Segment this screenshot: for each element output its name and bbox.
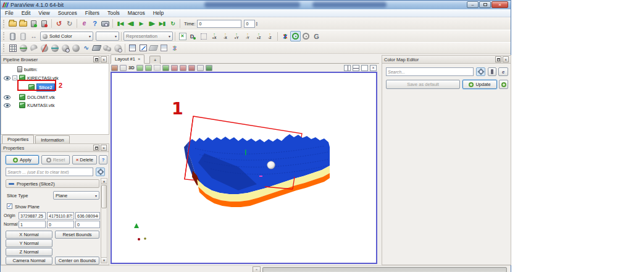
show-plane-checkbox[interactable]: ✓ (7, 203, 12, 209)
normal-y-field[interactable] (47, 221, 74, 228)
spreadsheet-view-button[interactable] (127, 43, 138, 53)
menu-view[interactable]: View (38, 10, 49, 16)
set-view-plus-x-button[interactable]: ↑+X (209, 32, 220, 41)
undo-button[interactable]: ↺ (54, 19, 64, 29)
edit-script-button[interactable]: e (498, 67, 508, 76)
colormap-search-input[interactable] (386, 67, 474, 76)
close-panel-button[interactable]: × (503, 56, 509, 62)
origin-x-field[interactable] (19, 212, 46, 219)
scroll-up-icon[interactable]: ▲ (101, 179, 107, 184)
origin-y-field[interactable] (47, 212, 74, 219)
menu-macros[interactable]: Macros (128, 10, 145, 16)
plot-data-button[interactable] (169, 43, 180, 53)
disconnect-server-button[interactable] (39, 19, 49, 29)
hover-points-icon[interactable] (197, 65, 204, 71)
plane-origin-handle-sphere[interactable] (267, 161, 275, 169)
reset-camera-button[interactable]: × (177, 31, 188, 41)
plot-over-line-button[interactable] (148, 43, 159, 53)
auto-update-toggle-button[interactable] (499, 80, 508, 89)
properties-search-options-button[interactable] (96, 168, 105, 176)
tab-properties[interactable]: Properties (2, 135, 34, 143)
pipeline-item-kumtasi[interactable]: KUMTASI.vtk (4, 101, 54, 109)
component-dropdown[interactable]: ▾ (96, 32, 119, 41)
pipeline-item-builtin[interactable]: builtin: (17, 66, 38, 73)
select-cells-through-icon[interactable] (154, 65, 161, 71)
next-frame-button[interactable]: ▮▶ (146, 19, 157, 29)
rescale-range-button[interactable]: ↔ (28, 31, 39, 41)
x-normal-button[interactable]: X Normal (6, 231, 52, 239)
close-tab-icon[interactable]: × (138, 56, 140, 62)
select-points-on-icon[interactable] (145, 65, 152, 71)
export-scene-icon[interactable] (111, 65, 118, 71)
show-center-button[interactable] (290, 31, 301, 41)
probe-location-button[interactable] (159, 43, 169, 53)
histogram-button[interactable] (138, 43, 148, 53)
select-points-through-icon[interactable] (162, 65, 169, 71)
normal-z-field[interactable] (75, 221, 100, 228)
save-as-default-button[interactable]: Save as default (386, 80, 460, 89)
contour-filter-button[interactable] (18, 43, 28, 53)
hover-cells-icon[interactable] (188, 65, 195, 71)
abort-progress-button[interactable]: × (253, 266, 261, 272)
close-panel-button[interactable]: × (101, 145, 107, 151)
previous-frame-button[interactable]: ◀▮ (125, 19, 136, 29)
connect-server-button[interactable] (28, 19, 39, 29)
glyph-filter-button[interactable] (70, 43, 81, 53)
menu-tools[interactable]: Tools (107, 10, 120, 16)
origin-z-field[interactable] (75, 212, 100, 219)
visibility-eye-icon[interactable] (4, 95, 10, 100)
frame-spinbox[interactable] (244, 20, 255, 28)
reset-bounds-button[interactable]: Reset Bounds (55, 231, 99, 239)
undock-panel-button[interactable] (93, 145, 99, 151)
zoom-to-box-button[interactable] (198, 31, 209, 41)
help-button[interactable]: ? (90, 19, 100, 29)
split-vertical-button[interactable] (353, 65, 359, 71)
z-normal-button[interactable]: Z Normal (6, 248, 52, 256)
split-horizontal-button[interactable] (344, 65, 351, 71)
properties-scrollbar[interactable]: ▲ ▼ (101, 178, 107, 263)
edit-color-map-button[interactable] (18, 31, 28, 41)
close-view-button[interactable]: × (370, 65, 377, 71)
camera-normal-button[interactable]: Camera Normal (6, 257, 52, 265)
threshold-filter-button[interactable] (49, 43, 60, 53)
save-state-button[interactable] (18, 19, 28, 29)
undock-panel-button[interactable] (495, 56, 501, 62)
properties-help-button[interactable]: ? (99, 155, 107, 164)
menu-sources[interactable]: Sources (58, 10, 77, 16)
reset-center-button[interactable] (301, 31, 311, 41)
properties-search-input[interactable] (6, 168, 93, 176)
delete-button[interactable]: ×Delete (72, 155, 97, 164)
color-by-dropdown[interactable]: Solid Color ▾ (40, 32, 93, 41)
last-frame-button[interactable]: ▶▮ (157, 19, 167, 29)
center-on-bounds-button[interactable]: Center on Bounds (55, 257, 99, 265)
select-cells-on-icon[interactable] (136, 65, 143, 71)
representation-dropdown[interactable]: Representation ▾ (123, 32, 173, 41)
layout-tab[interactable]: Layout #1 × (111, 54, 144, 64)
new-layout-tab-button[interactable]: + (149, 56, 161, 64)
maximize-button[interactable] (479, 1, 491, 8)
adjust-camera-icon[interactable] (120, 65, 127, 71)
time-input[interactable] (197, 20, 241, 28)
normal-x-field[interactable] (19, 221, 46, 228)
menu-filters[interactable]: Filters (85, 10, 99, 16)
loop-button[interactable]: ↻ (167, 19, 178, 29)
grid-axes-icon[interactable] (206, 65, 212, 71)
close-button[interactable]: × (491, 1, 508, 8)
calculator-filter-button[interactable] (7, 43, 18, 53)
zoom-to-data-button[interactable]: D (188, 31, 198, 41)
menu-edit[interactable]: Edit (22, 10, 31, 16)
undock-panel-button[interactable] (93, 56, 99, 62)
pick-center-button[interactable]: G (311, 31, 322, 41)
set-view-minus-x-button[interactable]: ↑-X (220, 32, 231, 41)
collapse-toggle-icon[interactable]: − (12, 75, 17, 80)
set-view-plus-z-button[interactable]: ↑+Z (253, 32, 264, 41)
stream-tracer-filter-button[interactable]: ∿ (81, 43, 91, 53)
spin-down-icon[interactable]: ▾ (256, 23, 257, 26)
close-panel-button[interactable]: × (101, 56, 107, 62)
interactive-select-points-icon[interactable] (180, 65, 186, 71)
visibility-eye-icon[interactable] (4, 103, 10, 108)
colormap-search-options-button[interactable] (476, 67, 485, 76)
properties-section-header[interactable]: Properties (Slice2) (6, 179, 99, 188)
first-frame-button[interactable]: ▮◀ (115, 19, 125, 29)
minimize-button[interactable]: – (467, 1, 479, 8)
